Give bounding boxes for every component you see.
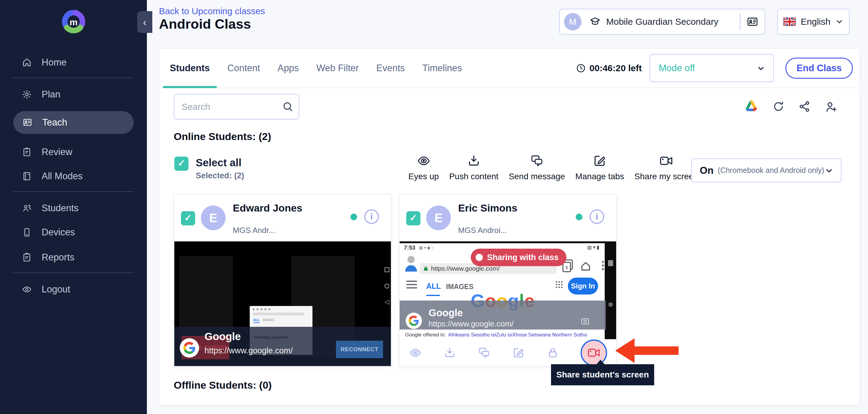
chevron-down-icon <box>825 166 833 175</box>
offline-students-heading: Offline Students: (0) <box>174 379 272 391</box>
profile-avatar-icon <box>404 255 418 272</box>
school-name: Mobile Guardian Secondary <box>606 17 718 27</box>
push-content-button[interactable]: Push content <box>449 154 498 181</box>
sidebar-item-all-modes[interactable]: All Modes <box>0 164 147 188</box>
search-input[interactable] <box>174 94 299 119</box>
back-link[interactable]: Back to Upcoming classes <box>159 6 265 16</box>
select-all-label: Select all <box>196 157 244 169</box>
google-offered-in: Google offered in:Afrikaans Sesotho isiZ… <box>405 332 587 338</box>
screen-overlay: Google https://www.google.com/ <box>400 300 606 329</box>
manage-tabs-icon[interactable] <box>512 346 525 359</box>
avatar: E <box>426 206 451 230</box>
send-message-icon <box>530 154 544 168</box>
video-camera-icon <box>659 154 674 168</box>
chevron-down-icon <box>835 18 843 26</box>
bulk-actions: Eyes up Push content Send message Manage… <box>408 154 698 181</box>
school-selector[interactable]: M Mobile Guardian Secondary <box>559 9 765 35</box>
tooltip-share-students-screen: Share student's screen <box>551 364 654 385</box>
classes-icon[interactable] <box>746 16 758 28</box>
sidebar-item-review[interactable]: Review <box>0 140 147 164</box>
send-message-button[interactable]: Send message <box>509 154 565 181</box>
arrow-tail <box>634 347 679 355</box>
sidebar: Home Plan Teach Review All Modes <box>0 0 147 414</box>
refresh-icon[interactable] <box>772 100 785 113</box>
class-controls: 00:46:20 left Mode off End Class <box>576 54 860 82</box>
nav-circle <box>608 302 613 307</box>
android-status-bar: 7:53 ◍ ▪ ◈ ◦ <box>404 244 433 251</box>
mode-value: Mode off <box>659 63 695 73</box>
mini-tabs: ALL IMAGES <box>253 318 312 323</box>
mode-dropdown[interactable]: Mode off <box>650 54 774 82</box>
search-icon[interactable] <box>282 100 294 113</box>
sidebar-item-devices[interactable]: Devices <box>0 220 147 244</box>
language-selector[interactable]: English <box>777 9 849 35</box>
tab-apps[interactable]: Apps <box>269 49 308 88</box>
screen-side-strip <box>605 241 616 341</box>
eyes-up-icon <box>416 154 431 168</box>
end-class-button[interactable]: End Class <box>785 58 853 79</box>
page-title: Android Class <box>159 16 251 32</box>
hamburger-icon <box>406 280 417 291</box>
manage-tabs-icon <box>592 154 607 168</box>
info-icon[interactable] <box>590 209 604 224</box>
site-name: Google <box>429 307 463 319</box>
class-panel: Students Content Apps Web Filter Events … <box>159 48 860 405</box>
send-message-icon[interactable] <box>477 346 491 359</box>
sidebar-item-home[interactable]: Home <box>0 50 147 75</box>
share-my-screen-button[interactable]: Share my screen <box>634 154 698 181</box>
eyes-up-icon[interactable] <box>409 346 422 359</box>
sidebar-item-label: Students <box>42 203 79 214</box>
student-checkbox[interactable] <box>406 211 421 226</box>
mobile-guardian-logo <box>0 8 147 36</box>
student-screen-thumbnail[interactable]: ◁ ALL IMAGES Trending searches PAUSE SCR… <box>174 241 391 366</box>
tab-timelines[interactable]: Timelines <box>413 49 471 88</box>
divider <box>740 13 740 30</box>
student-checkbox[interactable] <box>181 211 195 226</box>
manage-tabs-button[interactable]: Manage tabs <box>575 154 624 181</box>
app-window: Home Plan Teach Review All Modes <box>0 0 868 414</box>
share-icon[interactable] <box>798 100 811 113</box>
eyes-up-button[interactable]: Eyes up <box>408 154 439 181</box>
student-screen-thumbnail[interactable]: 7:53 ◍ ▪ ◈ ◦ ▨▾▮ https://www.google.com/… <box>400 241 616 341</box>
student-group: MGS Androi... <box>458 226 507 235</box>
main-area: Back to Upcoming classes Android Class M… <box>147 0 868 414</box>
google-drive-icon[interactable] <box>744 99 758 114</box>
screen-share-toggle-dropdown[interactable]: On (Chromebook and Android only) <box>691 158 841 182</box>
sidebar-item-teach[interactable]: Teach <box>13 111 134 134</box>
sidebar-item-logout[interactable]: Logout <box>0 277 147 301</box>
tab-events[interactable]: Events <box>368 49 414 88</box>
info-icon[interactable] <box>364 209 379 224</box>
tab-students[interactable]: Students <box>161 49 219 88</box>
sharing-with-class-badge: Sharing with class <box>471 249 566 266</box>
sidebar-item-label: Home <box>42 57 67 68</box>
sidebar-item-plan[interactable]: Plan <box>0 82 147 107</box>
whiteboard-icon <box>22 117 33 128</box>
sidebar-collapse-button[interactable]: ‹ <box>137 11 152 33</box>
online-status-dot <box>576 214 582 220</box>
annotation-arrow <box>615 338 679 363</box>
arrow-head <box>615 338 634 363</box>
push-content-icon <box>467 154 481 168</box>
sidebar-divider <box>13 272 134 273</box>
google-favicon <box>180 338 199 358</box>
site-name: Google <box>205 330 241 343</box>
add-student-icon[interactable] <box>825 100 837 113</box>
select-all-checkbox[interactable] <box>174 157 188 171</box>
site-url: https://www.google.com/ <box>205 346 293 355</box>
online-students-heading: Online Students: (2) <box>174 131 271 142</box>
language-label: English <box>801 17 830 27</box>
reconnect-button[interactable]: RECONNECT <box>336 341 383 358</box>
push-content-icon[interactable] <box>443 346 456 359</box>
tab-content[interactable]: Content <box>219 49 269 88</box>
status-icons: ◍ ▪ ◈ ◦ <box>419 245 433 250</box>
screenshot-icon <box>581 317 590 326</box>
avatar: M <box>564 13 582 30</box>
lock-icon[interactable] <box>546 346 559 359</box>
book-icon <box>22 171 32 181</box>
sidebar-item-label: All Modes <box>42 171 83 182</box>
clipboard-icon <box>22 147 32 157</box>
sidebar-item-students[interactable]: Students <box>0 196 147 220</box>
student-header: E Eric Simons MGS Androi... <box>400 194 616 241</box>
sidebar-item-reports[interactable]: Reports <box>0 245 147 269</box>
tab-web-filter[interactable]: Web Filter <box>308 49 368 88</box>
